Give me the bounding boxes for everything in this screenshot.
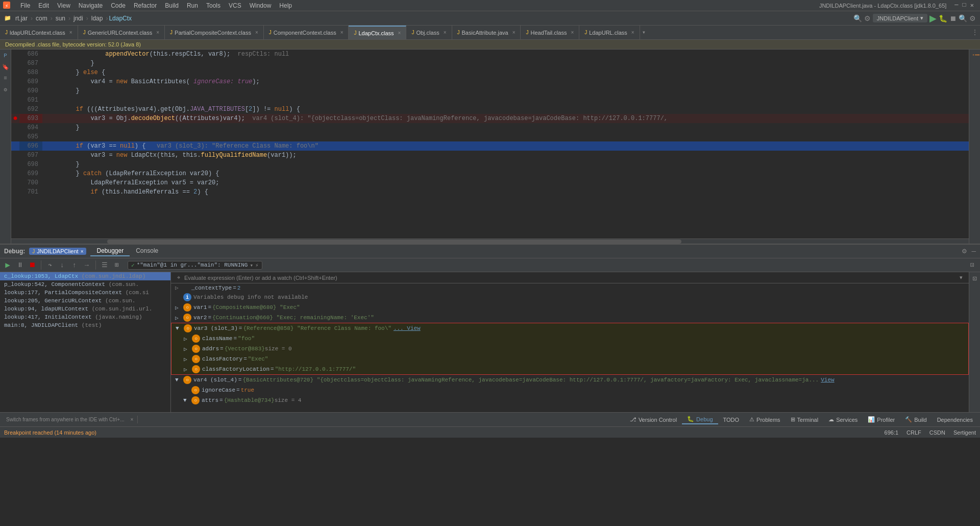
nav-settings-icon[interactable]: ⚙ <box>864 14 871 22</box>
var-classname[interactable]: ▷ ○ className = "foo" <box>172 333 968 344</box>
bottom-tool-terminal[interactable]: ⊞ Terminal <box>786 415 824 424</box>
bottom-tool-build[interactable]: 🔨 Build <box>900 415 932 424</box>
frame-item-5[interactable]: lookup:417, InitialContext (javax.naming… <box>0 313 170 321</box>
sidebar-project-icon[interactable]: P <box>2 52 10 60</box>
thread-filter-icon[interactable]: ⚡ <box>255 262 259 269</box>
sidebar-structure-icon[interactable]: ≡ <box>2 74 10 82</box>
bottom-tool-vcs[interactable]: ⎇ Version Control <box>625 415 682 424</box>
breakpoint-693[interactable]: ● <box>13 114 18 123</box>
debug-step-into-button[interactable]: ↓ <box>57 259 68 271</box>
menu-file[interactable]: File <box>16 1 34 10</box>
var-var1[interactable]: ▷ ○ var1 = {CompositeName@680} "Exec" <box>171 302 969 313</box>
var-addrs[interactable]: ▷ ○ addrs = {Vector@883} size = 0 <box>172 344 968 354</box>
menu-help[interactable]: Help <box>275 1 296 10</box>
bottom-tool-debug[interactable]: 🐛 Debug <box>682 415 718 424</box>
var-classfactorylocation[interactable]: ▷ ○ classFactoryLocation = "http://127.0… <box>172 364 968 374</box>
frame-item-0[interactable]: c_lookup:1053, LdapCtx (com.sun.jndi.lda… <box>0 272 170 280</box>
project-selector[interactable]: JNDILDAPClient ▾ <box>873 14 927 22</box>
eval-expression-bar[interactable]: ⌖ Evaluate expression (Enter) or add a w… <box>171 272 969 283</box>
settings-icon[interactable]: ⚙ <box>969 14 976 22</box>
menu-tools[interactable]: Tools <box>202 1 225 10</box>
bottom-tool-dependencies[interactable]: Dependencies <box>932 416 978 424</box>
debug-settings-icon[interactable]: ⚙ <box>962 248 967 255</box>
code-content[interactable]: 686 appendVector(this.respCtls, var8); r… <box>11 50 969 238</box>
close-button[interactable]: ✕ <box>970 2 974 9</box>
bottom-tool-problems[interactable]: ⚠ Problems <box>744 415 785 424</box>
debug-session-close[interactable]: × <box>81 249 84 254</box>
bottom-tool-services[interactable]: ☁ Services <box>823 415 863 424</box>
tab-basicattribute[interactable]: J BasicAttribute.java × <box>452 26 521 39</box>
switch-frames-close[interactable]: × <box>130 417 133 422</box>
debug-tab-debugger[interactable]: Debugger <box>90 246 130 256</box>
debug-watch-button[interactable]: ⊞ <box>111 259 122 271</box>
eval-collapse-icon[interactable]: ▾ <box>960 274 963 281</box>
run-button[interactable]: ▶ <box>929 13 937 24</box>
tab-close-8[interactable]: × <box>571 30 574 35</box>
tab-close-2[interactable]: × <box>156 30 159 35</box>
var-var4[interactable]: ▼ ○ var4 (slot_4) = {BasicAttributes@720… <box>171 375 969 385</box>
menu-build[interactable]: Build <box>161 1 183 10</box>
debug-step-out-button[interactable]: ↑ <box>69 259 80 271</box>
search-everywhere-icon[interactable]: 🔍 <box>959 14 967 22</box>
menu-vcs[interactable]: VCS <box>225 1 246 10</box>
thread-selector[interactable]: ✓ *"main"@1 in gr..."main": RUNNING ▾ ⚡ <box>128 261 262 270</box>
tab-close-4[interactable]: × <box>340 30 344 35</box>
nav-rtjar[interactable]: rt.jar <box>13 14 30 23</box>
tabs-overflow[interactable]: ▾ <box>640 26 648 39</box>
var-attrs[interactable]: ▼ ○ attrs = {Hashtable@734} size = 4 <box>171 395 969 405</box>
frame-item-6[interactable]: main:8, JNDILDAPClient (test) <box>0 321 170 329</box>
var-var3-view-link[interactable]: ... View <box>394 325 421 331</box>
tab-close-7[interactable]: × <box>512 30 516 35</box>
debug-pause-button[interactable]: ⏸ <box>14 259 26 271</box>
tab-ldapurlcontext[interactable]: J ldapURLContext.class × <box>0 26 78 39</box>
nav-sun[interactable]: sun <box>54 14 67 23</box>
tab-close-6[interactable]: × <box>444 30 447 35</box>
menu-refactor[interactable]: Refactor <box>130 1 161 10</box>
nav-com[interactable]: com <box>34 14 50 23</box>
sidebar-bookmark-icon[interactable]: 🔖 <box>2 63 10 71</box>
menu-window[interactable]: Window <box>246 1 276 10</box>
debug-run-to-cursor-button[interactable]: → <box>81 259 92 271</box>
menu-navigate[interactable]: Navigate <box>75 1 107 10</box>
bottom-tool-profiler[interactable]: 📊 Profiler <box>863 415 900 424</box>
debug-tab-console[interactable]: Console <box>130 246 164 256</box>
debug-stop-button[interactable]: ⏹ <box>27 259 38 271</box>
tab-close-5[interactable]: × <box>398 30 401 36</box>
debug-close-icon[interactable]: ─ <box>971 248 976 255</box>
debug-restore-icon[interactable]: ⊡ <box>972 274 976 283</box>
tab-close-3[interactable]: × <box>255 30 258 35</box>
tab-partialcompositecontext[interactable]: J PartialCompositeContext.class × <box>165 26 264 39</box>
tab-ldapurl[interactable]: J LdapURL.class × <box>579 26 640 39</box>
var-ignorecase[interactable]: ○ ignoreCase = true <box>171 385 969 395</box>
menu-code[interactable]: Code <box>107 1 130 10</box>
minimize-button[interactable]: ─ <box>954 2 958 9</box>
stop-button[interactable]: ⏹ <box>949 14 957 22</box>
nav-ldap[interactable]: ldap <box>89 14 105 23</box>
var-var4-view-link[interactable]: View <box>821 377 834 383</box>
sidebar-settings-icon[interactable]: ⚙ <box>2 85 10 93</box>
var-var2[interactable]: ▷ ○ var2 = {Continuation@660} "Exec; rem… <box>171 313 969 323</box>
tab-close-9[interactable]: × <box>631 30 634 35</box>
debug-frames-button[interactable]: ☰ <box>99 259 110 271</box>
tabs-menu[interactable]: ⋮ <box>970 26 980 39</box>
tab-ldapctx[interactable]: J LdapCtx.class × <box>349 26 406 39</box>
bottom-tool-switch-frames[interactable]: Switch frames from anywhere in the IDE w… <box>2 416 138 423</box>
tab-obj[interactable]: J Obj.class × <box>406 26 452 39</box>
menu-view[interactable]: View <box>53 1 75 10</box>
nav-search-icon[interactable]: 🔍 <box>853 14 862 22</box>
nav-jndi[interactable]: jndi <box>71 14 85 23</box>
bottom-tool-todo[interactable]: TODO <box>718 416 745 424</box>
debug-resume-button[interactable]: ▶ <box>2 259 13 271</box>
frame-item-3[interactable]: lookup:205, GenericURLContext (com.sun. <box>0 297 170 305</box>
tab-headtail[interactable]: J HeadTail.class × <box>521 26 579 39</box>
tab-genericurlcontext[interactable]: J GenericURLContext.class × <box>78 26 165 39</box>
frame-item-4[interactable]: lookup:94, ldapURLContext (com.sun.jndi.… <box>0 305 170 313</box>
debug-expand-icon[interactable]: ⊡ <box>967 259 978 271</box>
var-var3[interactable]: ▼ ○ var3 (slot_3) = {Reference@858} "Ref… <box>172 323 968 333</box>
menu-run[interactable]: Run <box>183 1 202 10</box>
horizontal-scrollbar[interactable] <box>11 238 969 244</box>
notifications-tab[interactable]: ! <box>969 50 980 60</box>
var-classfactory[interactable]: ▷ ○ classFactory = "Exec" <box>172 354 968 364</box>
tab-componentcontext[interactable]: J ComponentContext.class × <box>264 26 349 39</box>
nav-ldapctx[interactable]: LdapCtx <box>109 15 132 22</box>
